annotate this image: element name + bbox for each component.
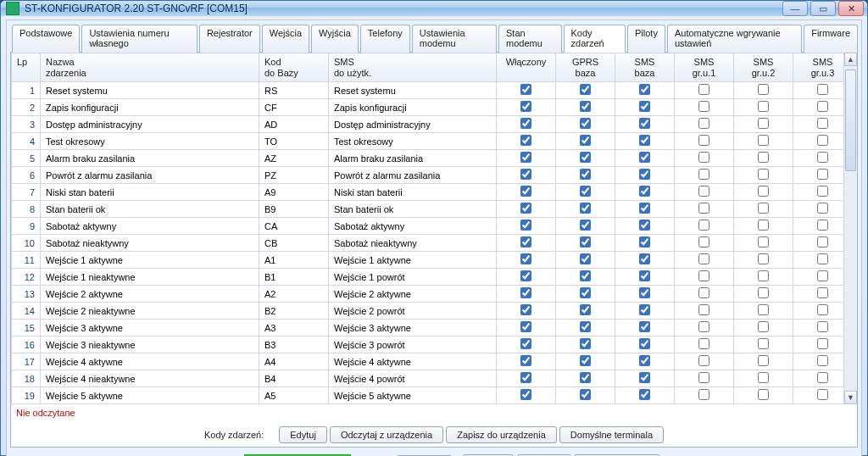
event-checkbox[interactable] [758, 253, 769, 264]
event-checkbox[interactable] [639, 236, 650, 247]
event-checkbox[interactable] [580, 338, 591, 349]
event-checkbox[interactable] [580, 220, 591, 231]
minimize-button[interactable]: — [782, 1, 808, 16]
event-checkbox[interactable] [639, 270, 650, 281]
event-checkbox[interactable] [758, 321, 769, 332]
event-checkbox[interactable] [580, 135, 591, 146]
col-header[interactable]: SMSgr.u.1 [675, 53, 734, 82]
scroll-down-arrow[interactable]: ▼ [844, 391, 857, 404]
tab-podstawowe[interactable]: Podstawowe [12, 25, 80, 53]
col-header[interactable]: SMSbaza [615, 53, 675, 82]
event-checkbox[interactable] [758, 338, 769, 349]
tab-stan-modemu[interactable]: Stan modemu [498, 25, 562, 53]
event-checkbox[interactable] [817, 389, 828, 400]
tab-ustawienia-modemu[interactable]: Ustawienia modemu [412, 25, 497, 53]
tab-piloty[interactable]: Piloty [627, 25, 665, 53]
event-checkbox[interactable] [520, 101, 531, 112]
event-checkbox[interactable] [520, 186, 531, 197]
event-checkbox[interactable] [698, 169, 709, 180]
event-checkbox[interactable] [580, 304, 591, 315]
event-checkbox[interactable] [817, 220, 828, 231]
event-checkbox[interactable] [698, 287, 709, 298]
event-checkbox[interactable] [817, 270, 828, 281]
tab-wyjścia[interactable]: Wyjścia [311, 25, 359, 53]
event-checkbox[interactable] [520, 372, 531, 383]
event-checkbox[interactable] [698, 101, 709, 112]
event-checkbox[interactable] [639, 101, 650, 112]
event-checkbox[interactable] [817, 372, 828, 383]
scroll-thumb[interactable] [845, 70, 856, 171]
col-header[interactable]: Włączony [497, 53, 556, 82]
event-checkbox[interactable] [639, 338, 650, 349]
event-checkbox[interactable] [758, 304, 769, 315]
event-checkbox[interactable] [698, 152, 709, 163]
col-header[interactable]: SMSgr.u.3 [793, 53, 844, 82]
table-row[interactable]: 10Sabotaż nieaktywnyCBSabotaż nieaktywny [12, 235, 844, 252]
event-checkbox[interactable] [817, 321, 828, 332]
event-checkbox[interactable] [698, 203, 709, 214]
col-header[interactable]: Lp [12, 53, 41, 82]
event-checkbox[interactable] [639, 169, 650, 180]
event-checkbox[interactable] [698, 338, 709, 349]
event-checkbox[interactable] [639, 152, 650, 163]
table-row[interactable]: 3Dostęp administracyjnyADDostęp administ… [12, 116, 844, 133]
event-checkbox[interactable] [520, 169, 531, 180]
event-checkbox[interactable] [580, 236, 591, 247]
event-checkbox[interactable] [698, 321, 709, 332]
event-checkbox[interactable] [698, 220, 709, 231]
event-checkbox[interactable] [758, 287, 769, 298]
event-checkbox[interactable] [639, 253, 650, 264]
col-header[interactable]: Nazwazdarzenia [41, 53, 259, 82]
event-checkbox[interactable] [817, 186, 828, 197]
event-checkbox[interactable] [758, 236, 769, 247]
event-checkbox[interactable] [580, 203, 591, 214]
event-checkbox[interactable] [698, 236, 709, 247]
event-checkbox[interactable] [580, 253, 591, 264]
event-checkbox[interactable] [758, 101, 769, 112]
event-checkbox[interactable] [698, 135, 709, 146]
event-checkbox[interactable] [758, 152, 769, 163]
event-checkbox[interactable] [520, 355, 531, 366]
event-checkbox[interactable] [698, 186, 709, 197]
event-checkbox[interactable] [520, 321, 531, 332]
event-checkbox[interactable] [639, 186, 650, 197]
event-checkbox[interactable] [520, 253, 531, 264]
event-checkbox[interactable] [817, 118, 828, 129]
table-row[interactable]: 8Stan baterii okB9Stan baterii ok [12, 201, 844, 218]
table-row[interactable]: 19Wejście 5 aktywneA5Wejście 5 aktywne [12, 387, 844, 404]
event-checkbox[interactable] [758, 220, 769, 231]
table-row[interactable]: 11Wejście 1 aktywneA1Wejście 1 aktywne [12, 252, 844, 269]
event-checkbox[interactable] [639, 135, 650, 146]
event-checkbox[interactable] [698, 270, 709, 281]
button-edytuj[interactable]: Edytuj [279, 426, 327, 443]
event-checkbox[interactable] [758, 389, 769, 400]
tab-automatyczne-wgrywanie-ustawień[interactable]: Automatyczne wgrywanie ustawień [667, 25, 802, 53]
event-checkbox[interactable] [758, 186, 769, 197]
button-domyślne-terminala[interactable]: Domyślne terminala [559, 426, 664, 443]
event-checkbox[interactable] [817, 84, 828, 95]
table-row[interactable]: 18Wejście 4 nieaktywneB4Wejście 4 powrót [12, 370, 844, 387]
event-checkbox[interactable] [698, 304, 709, 315]
event-checkbox[interactable] [758, 355, 769, 366]
table-row[interactable]: 6Powrót z alarmu zasilaniaPZPowrót z ala… [12, 167, 844, 184]
event-checkbox[interactable] [520, 84, 531, 95]
event-checkbox[interactable] [639, 321, 650, 332]
event-checkbox[interactable] [698, 355, 709, 366]
maximize-button[interactable]: ▭ [810, 1, 836, 16]
event-checkbox[interactable] [520, 152, 531, 163]
event-checkbox[interactable] [580, 389, 591, 400]
table-row[interactable]: 7Niski stan bateriiA9Niski stan baterii [12, 184, 844, 201]
event-checkbox[interactable] [817, 101, 828, 112]
event-checkbox[interactable] [580, 270, 591, 281]
event-checkbox[interactable] [817, 287, 828, 298]
event-checkbox[interactable] [698, 389, 709, 400]
event-checkbox[interactable] [817, 203, 828, 214]
event-checkbox[interactable] [698, 84, 709, 95]
table-row[interactable]: 4Test okresowyTOTest okresowy [12, 133, 844, 150]
event-checkbox[interactable] [758, 372, 769, 383]
event-checkbox[interactable] [639, 287, 650, 298]
event-checkbox[interactable] [520, 220, 531, 231]
table-row[interactable]: 5Alarm braku zasilaniaAZAlarm braku zasi… [12, 150, 844, 167]
event-checkbox[interactable] [758, 84, 769, 95]
tab-kody-zdarzeń[interactable]: Kody zdarzeń [564, 25, 626, 53]
